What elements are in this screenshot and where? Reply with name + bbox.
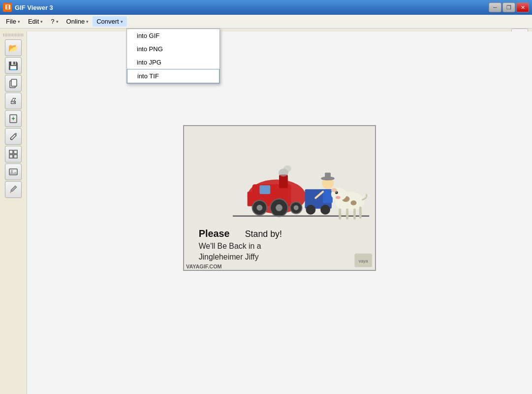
svg-text:We'll Be Back in a: We'll Be Back in a: [199, 242, 261, 250]
sidebar-edit-button[interactable]: [5, 128, 22, 145]
titlebar-left: 🎞 GIF Viewer 3: [3, 3, 53, 12]
convert-into-png[interactable]: into PNG: [127, 42, 219, 56]
svg-rect-32: [323, 189, 333, 203]
menu-help[interactable]: ? ▾: [47, 16, 62, 27]
svg-text:VAYAGIF.COM: VAYAGIF.COM: [186, 263, 222, 269]
svg-text:Jingleheimer Jiffy: Jingleheimer Jiffy: [199, 253, 259, 261]
convert-into-tif[interactable]: into TIF: [127, 69, 219, 83]
svg-rect-8: [9, 169, 17, 175]
svg-point-22: [276, 204, 282, 211]
svg-point-24: [294, 205, 299, 210]
svg-rect-31: [325, 173, 331, 180]
close-button[interactable]: ✕: [516, 2, 529, 12]
svg-rect-7: [14, 155, 17, 158]
svg-rect-18: [259, 185, 270, 194]
menu-edit[interactable]: Edit ▾: [24, 16, 47, 27]
restore-button[interactable]: ❐: [502, 2, 515, 12]
svg-text:+: +: [11, 115, 15, 122]
convert-dropdown: into GIF into PNG into JPG into TIF: [126, 29, 220, 84]
expand-icon: [8, 149, 18, 159]
menu-convert-label: Convert: [96, 18, 119, 25]
svg-point-27: [306, 205, 315, 215]
app-icon: 🎞: [3, 3, 12, 12]
sidebar-grip: [3, 33, 23, 36]
sidebar-image-button[interactable]: [5, 164, 22, 180]
svg-point-40: [335, 191, 338, 194]
main-content: Please Stand by! We'll Be Back in a Jing…: [27, 32, 532, 394]
copy-icon: [8, 78, 18, 88]
menu-online[interactable]: Online ▾: [63, 16, 93, 27]
convert-into-gif-label: into GIF: [137, 32, 159, 39]
menu-file-label: File: [6, 18, 16, 25]
svg-point-20: [256, 205, 262, 211]
menu-edit-label: Edit: [28, 18, 39, 25]
gif-image-svg: Please Stand by! We'll Be Back in a Jing…: [184, 125, 375, 271]
svg-point-42: [336, 196, 341, 199]
gif-display: Please Stand by! We'll Be Back in a Jing…: [183, 125, 376, 271]
sidebar-open-button[interactable]: 📂: [5, 39, 22, 56]
svg-text:Stand by!: Stand by!: [245, 229, 282, 239]
svg-text:Please: Please: [199, 228, 230, 239]
sidebar-brush-button[interactable]: [5, 181, 22, 198]
convert-into-jpg[interactable]: into JPG: [127, 56, 219, 69]
sidebar-expand-button[interactable]: [5, 146, 22, 163]
menu-file[interactable]: File ▾: [2, 16, 24, 27]
menu-online-label: Online: [66, 18, 85, 25]
svg-point-37: [351, 200, 357, 205]
svg-point-17: [283, 165, 291, 172]
menu-help-arrow: ▾: [56, 19, 59, 24]
svg-point-28: [320, 205, 330, 215]
titlebar: 🎞 GIF Viewer 3 ─ ❐ ✕: [0, 0, 532, 15]
app-title: GIF Viewer 3: [15, 4, 53, 11]
menubar: File ▾ Edit ▾ ? ▾ Online ▾ Convert ▾ int…: [0, 15, 532, 29]
sidebar-copy-button[interactable]: [5, 75, 22, 92]
menu-convert-arrow: ▾: [121, 19, 123, 24]
sidebar: 📂 💾 🖨 +: [0, 32, 27, 394]
menu-help-label: ?: [51, 18, 54, 25]
sidebar-print-button[interactable]: 🖨: [5, 93, 22, 109]
convert-into-png-label: into PNG: [137, 45, 163, 53]
convert-into-tif-label: into TIF: [137, 72, 159, 80]
svg-rect-5: [14, 150, 17, 154]
menu-edit-arrow: ▾: [40, 19, 43, 24]
sidebar-save-button[interactable]: 💾: [5, 57, 22, 74]
menu-convert[interactable]: Convert ▾: [93, 16, 127, 27]
svg-point-41: [336, 192, 337, 193]
svg-rect-4: [9, 150, 13, 154]
image-icon: [8, 167, 18, 177]
svg-text:vaya: vaya: [359, 259, 368, 263]
sidebar-add-button[interactable]: +: [5, 110, 22, 127]
add-icon: +: [8, 114, 18, 124]
svg-rect-1: [11, 79, 17, 86]
menu-online-arrow: ▾: [86, 19, 89, 24]
brush-icon: [8, 185, 18, 195]
minimize-button[interactable]: ─: [489, 2, 501, 12]
svg-rect-6: [9, 155, 13, 158]
svg-rect-15: [279, 174, 288, 188]
menu-file-arrow: ▾: [18, 19, 20, 24]
convert-into-jpg-label: into JPG: [137, 59, 161, 66]
convert-into-gif[interactable]: into GIF: [127, 29, 219, 42]
edit-icon: [8, 131, 18, 141]
titlebar-controls: ─ ❐ ✕: [489, 2, 529, 12]
